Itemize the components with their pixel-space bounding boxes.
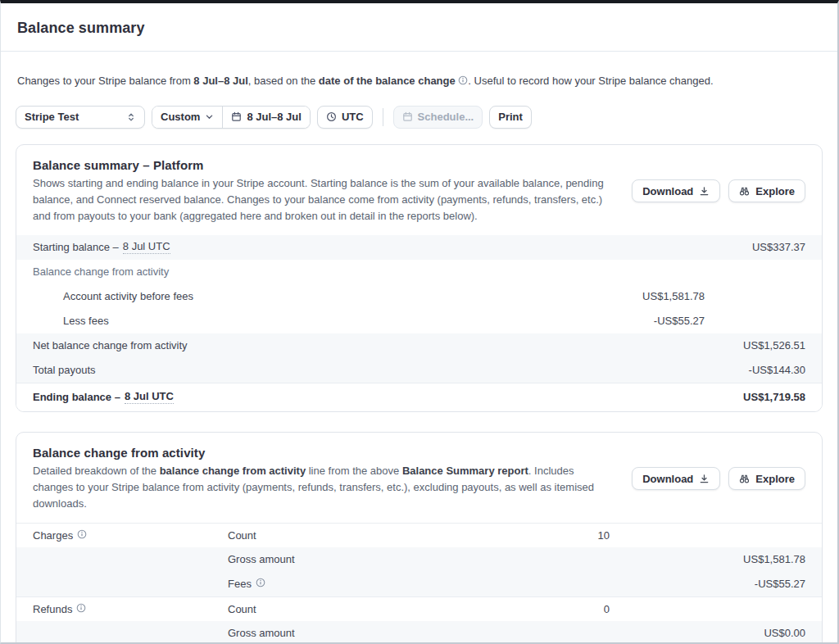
range-type-button[interactable]: Custom	[152, 107, 222, 128]
page-header: Balance summary	[1, 3, 837, 52]
explore-button[interactable]: Explore	[728, 179, 805, 202]
date-range-value: 8 Jul–8 Jul	[247, 111, 301, 123]
row-count: 0	[528, 603, 610, 615]
card-actions: Download Explore	[632, 467, 805, 490]
row-value: US$1,719.58	[705, 391, 805, 403]
balance-summary-card: Balance summary – Platform Shows startin…	[16, 144, 823, 412]
row-value: -US$55.27	[541, 315, 705, 327]
table-row: Balance change from activity	[16, 260, 822, 284]
page-title: Balance summary	[17, 20, 821, 37]
row-value: -US$144.30	[705, 364, 805, 376]
info-icon[interactable]	[77, 529, 87, 542]
account-select-value: Stripe Test	[25, 111, 79, 123]
clock-icon	[326, 111, 337, 122]
row-value: US$1,581.78	[541, 290, 705, 302]
print-button[interactable]: Print	[489, 106, 532, 129]
table-row: Less fees -US$55.27	[16, 309, 822, 333]
card-header: Balance change from activity Detailed br…	[16, 433, 822, 523]
card-description: Shows starting and ending balance in you…	[33, 175, 612, 224]
calendar-icon	[231, 111, 242, 122]
table-row: Charges Count 10	[16, 523, 822, 547]
binoculars-icon	[739, 186, 750, 197]
info-icon[interactable]	[256, 578, 265, 590]
download-icon	[699, 186, 710, 197]
chevron-down-icon	[205, 112, 214, 121]
card-title: Balance summary – Platform	[33, 158, 612, 172]
balance-change-card: Balance change from activity Detailed br…	[16, 432, 823, 644]
card-actions: Download Explore	[632, 179, 805, 202]
report-content: Changes to your Stripe balance from 8 Ju…	[1, 73, 837, 644]
row-value: US$0.00	[610, 627, 805, 639]
row-value: US$337.37	[705, 241, 805, 253]
balance-change-table: Charges Count 10 Gross amount US$1,581.7…	[16, 523, 822, 644]
card-title: Balance change from activity	[33, 446, 612, 460]
table-row: Ending balance – 8 Jul UTC US$1,719.58	[16, 383, 822, 411]
table-row: Gross amount US$0.00	[16, 621, 822, 644]
chevron-updown-icon	[126, 112, 136, 122]
info-icon[interactable]	[76, 603, 86, 615]
date-range-button[interactable]: 8 Jul–8 Jul	[222, 107, 309, 128]
card-header: Balance summary – Platform Shows startin…	[16, 145, 822, 235]
info-icon[interactable]	[458, 74, 468, 90]
filter-divider	[383, 108, 383, 126]
table-row: Total payouts -US$144.30	[16, 358, 822, 383]
filter-bar: Stripe Test Custom 8 Jul–8 Jul UTC Sched…	[16, 106, 823, 129]
download-icon	[699, 474, 710, 484]
intro-emphasis: date of the balance change	[319, 75, 456, 87]
calendar-icon	[402, 111, 413, 122]
download-button[interactable]: Download	[632, 467, 720, 490]
intro-date-range: 8 Jul–8 Jul	[193, 75, 247, 87]
table-row: Gross amount US$1,581.78	[16, 547, 822, 572]
explore-button[interactable]: Explore	[728, 467, 805, 490]
table-row: Refunds Count 0	[16, 596, 822, 621]
table-row: Net balance change from activity US$1,52…	[16, 333, 822, 358]
row-value: -US$55.27	[610, 578, 805, 590]
download-button[interactable]: Download	[632, 179, 720, 202]
timezone-button[interactable]: UTC	[317, 106, 373, 129]
intro-text: Changes to your Stripe balance from	[17, 75, 193, 87]
table-row: Fees -US$55.27	[16, 572, 822, 596]
date-range-control: Custom 8 Jul–8 Jul	[152, 106, 311, 129]
report-intro: Changes to your Stripe balance from 8 Ju…	[17, 73, 821, 90]
row-value: US$1,581.78	[610, 553, 805, 565]
account-select[interactable]: Stripe Test	[16, 106, 145, 129]
date-tooltip-trigger[interactable]: 8 Jul UTC	[123, 240, 170, 254]
table-row: Account activity before fees US$1,581.78	[16, 284, 822, 309]
balance-summary-table: Starting balance – 8 Jul UTC US$337.37 B…	[16, 235, 822, 411]
binoculars-icon	[739, 474, 750, 484]
table-row: Starting balance – 8 Jul UTC US$337.37	[16, 235, 822, 260]
timezone-value: UTC	[342, 111, 364, 123]
date-tooltip-trigger[interactable]: 8 Jul UTC	[125, 390, 174, 404]
row-value: US$1,526.51	[705, 339, 805, 351]
row-count: 10	[528, 529, 610, 542]
schedule-button[interactable]: Schedule...	[393, 106, 483, 129]
card-description: Detailed breakdown of the balance change…	[33, 463, 612, 512]
